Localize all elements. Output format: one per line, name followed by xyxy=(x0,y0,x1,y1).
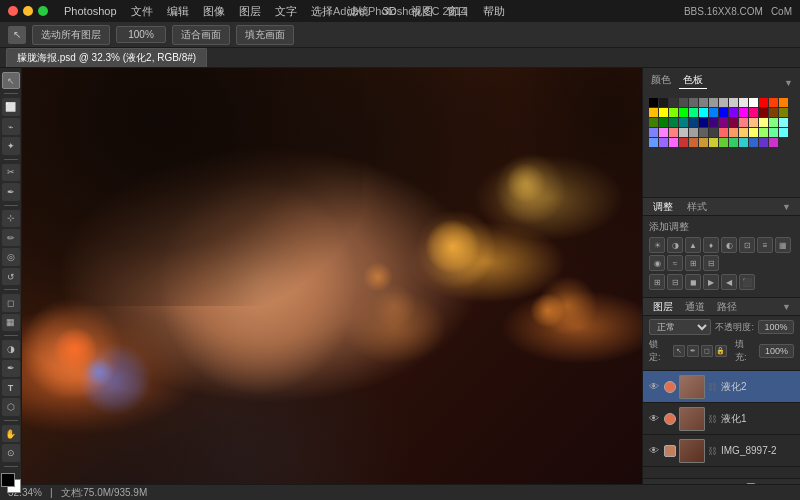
fill-screen-button[interactable]: 填充画面 xyxy=(236,25,294,45)
layer-item-1[interactable]: 👁 ⛓ 液化1 xyxy=(643,403,800,435)
tool-marquee[interactable]: ⬜ xyxy=(2,98,20,115)
tab-layers[interactable]: 图层 xyxy=(649,300,677,314)
swatch[interactable] xyxy=(689,138,698,147)
swatch[interactable] xyxy=(729,128,738,137)
swatch[interactable] xyxy=(719,138,728,147)
tool-hand[interactable]: ✋ xyxy=(2,425,20,442)
swatch[interactable] xyxy=(689,128,698,137)
swatch[interactable] xyxy=(769,128,778,137)
tool-path[interactable]: ⬡ xyxy=(2,398,20,415)
menu-image[interactable]: 图像 xyxy=(197,2,231,21)
close-button[interactable] xyxy=(8,6,18,16)
tool-healing[interactable]: ⊹ xyxy=(2,210,20,227)
zoom-input[interactable] xyxy=(116,26,166,43)
tool-magic-wand[interactable]: ✦ xyxy=(2,137,20,154)
tool-pen[interactable]: ✒ xyxy=(2,360,20,377)
tab-swatches[interactable]: 色板 xyxy=(679,72,707,89)
swatch[interactable] xyxy=(719,128,728,137)
panel-collapse-icon[interactable]: ▼ xyxy=(782,202,791,212)
minimize-button[interactable] xyxy=(23,6,33,16)
swatch[interactable] xyxy=(709,108,718,117)
menu-help[interactable]: 帮助 xyxy=(477,2,511,21)
swatch[interactable] xyxy=(659,118,668,127)
menu-photoshop[interactable]: Photoshop xyxy=(58,3,123,19)
swatch[interactable] xyxy=(759,108,768,117)
swatch[interactable] xyxy=(699,118,708,127)
menu-type[interactable]: 文字 xyxy=(269,2,303,21)
layer-item-0[interactable]: 👁 ⛓ 液化2 xyxy=(643,371,800,403)
swatch[interactable] xyxy=(679,138,688,147)
collapse-icon[interactable]: ▼ xyxy=(784,78,793,88)
adj-posterize[interactable]: ≈ xyxy=(667,255,683,271)
swatch[interactable] xyxy=(769,118,778,127)
swatch[interactable] xyxy=(669,138,678,147)
swatch[interactable] xyxy=(659,108,668,117)
swatch[interactable] xyxy=(729,98,738,107)
select-all-layers-button[interactable]: 选动所有图层 xyxy=(32,25,110,45)
swatch[interactable] xyxy=(719,98,728,107)
menu-layer[interactable]: 图层 xyxy=(233,2,267,21)
swatch[interactable] xyxy=(769,108,778,117)
lock-position[interactable]: ↖ xyxy=(673,345,685,357)
tool-history-brush[interactable]: ↺ xyxy=(2,268,20,285)
adj-gradient-map[interactable]: ▦ xyxy=(775,237,791,253)
swatch[interactable] xyxy=(649,128,658,137)
swatch[interactable] xyxy=(689,108,698,117)
tool-crop[interactable]: ✂ xyxy=(2,164,20,181)
adj-extra1[interactable]: ⊞ xyxy=(649,274,665,290)
tab-styles[interactable]: 样式 xyxy=(683,200,711,214)
swatch[interactable] xyxy=(769,98,778,107)
layer-item-2[interactable]: 👁 ⛓ IMG_8997-2 xyxy=(643,435,800,467)
swatch[interactable] xyxy=(649,118,658,127)
swatch[interactable] xyxy=(669,118,678,127)
swatch[interactable] xyxy=(779,98,788,107)
swatch[interactable] xyxy=(729,138,738,147)
tab-adjustments[interactable]: 调整 xyxy=(649,200,677,214)
swatch[interactable] xyxy=(779,128,788,137)
tool-move[interactable]: ↖ xyxy=(2,72,20,89)
tool-eraser[interactable]: ◻ xyxy=(2,294,20,311)
swatch[interactable] xyxy=(739,118,748,127)
swatch[interactable] xyxy=(739,128,748,137)
swatch[interactable] xyxy=(719,108,728,117)
canvas-area[interactable] xyxy=(22,68,642,500)
swatch[interactable] xyxy=(709,118,718,127)
foreground-color[interactable] xyxy=(1,473,15,487)
adj-extra2[interactable]: ⊟ xyxy=(667,274,683,290)
tool-zoom[interactable]: ⊙ xyxy=(2,444,20,461)
adj-invert[interactable]: ⊟ xyxy=(703,255,719,271)
swatch[interactable] xyxy=(679,108,688,117)
document-tab[interactable]: 朦胧海报.psd @ 32.3% (液化2, RGB/8#) xyxy=(6,48,207,67)
layer-visibility-1[interactable]: 👁 xyxy=(647,412,661,426)
layer-visibility-0[interactable]: 👁 xyxy=(647,380,661,394)
swatch[interactable] xyxy=(739,138,748,147)
swatch[interactable] xyxy=(749,128,758,137)
adj-channel-mixer[interactable]: ≡ xyxy=(757,237,773,253)
swatch[interactable] xyxy=(699,98,708,107)
swatch[interactable] xyxy=(759,138,768,147)
adj-saturation[interactable]: ◐ xyxy=(721,237,737,253)
tab-channels[interactable]: 通道 xyxy=(681,300,709,314)
lock-all[interactable]: 🔒 xyxy=(715,345,727,357)
adj-hue[interactable]: ♦ xyxy=(703,237,719,253)
swatch[interactable] xyxy=(669,128,678,137)
swatch[interactable] xyxy=(659,128,668,137)
swatch[interactable] xyxy=(749,98,758,107)
layers-collapse-icon[interactable]: ▼ xyxy=(782,302,791,312)
adj-exposure[interactable]: ◉ xyxy=(649,255,665,271)
swatch[interactable] xyxy=(769,138,778,147)
tool-clone[interactable]: ◎ xyxy=(2,248,20,265)
lock-image[interactable]: ✒ xyxy=(687,345,699,357)
swatch[interactable] xyxy=(779,118,788,127)
swatch[interactable] xyxy=(699,138,708,147)
swatch[interactable] xyxy=(729,108,738,117)
adj-vibrance[interactable]: ⊡ xyxy=(739,237,755,253)
swatch[interactable] xyxy=(699,128,708,137)
tool-dodge[interactable]: ◑ xyxy=(2,340,20,357)
adj-threshold[interactable]: ⊞ xyxy=(685,255,701,271)
adj-extra4[interactable]: ▶ xyxy=(703,274,719,290)
swatch[interactable] xyxy=(719,118,728,127)
swatch[interactable] xyxy=(649,108,658,117)
tool-type[interactable]: T xyxy=(2,379,20,396)
move-tool-icon[interactable]: ↖ xyxy=(8,26,26,44)
